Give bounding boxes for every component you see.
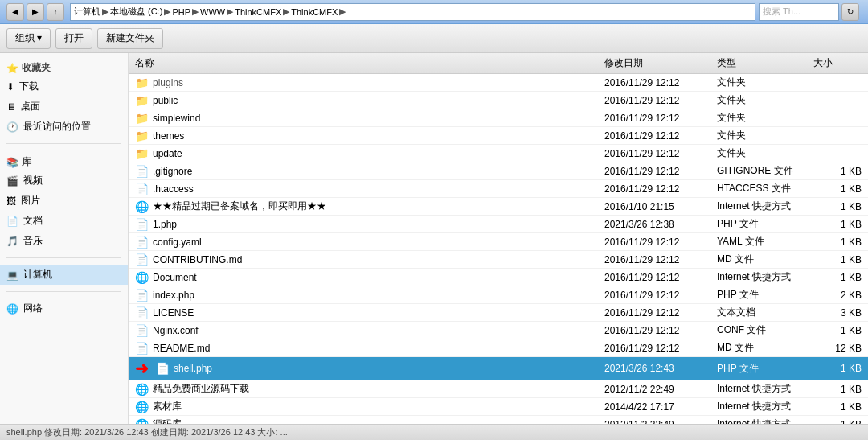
sidebar-item-download[interactable]: ⬇ 下载	[0, 76, 128, 97]
table-row[interactable]: 🌐精品免费商业源码下载2012/11/2 22:49Internet 快捷方式1…	[129, 380, 868, 398]
table-row[interactable]: 📄index.php2016/11/29 12:12PHP 文件2 KB	[129, 286, 868, 304]
sidebar-item-desktop[interactable]: 🖥 桌面	[0, 97, 128, 117]
file-name-cell: 📄README.md	[135, 342, 604, 355]
file-name-cell: 📁simplewind	[135, 112, 604, 125]
file-type: 文本文档	[717, 306, 813, 319]
sidebar-item-document[interactable]: 📄 文档	[0, 211, 128, 231]
sidebar-item-image[interactable]: 🖼 图片	[0, 191, 128, 211]
new-folder-button[interactable]: 新建文件夹	[97, 28, 163, 49]
file-icon: 📄	[135, 342, 149, 355]
file-name-text: 1.php	[153, 219, 177, 230]
file-date: 2016/11/29 12:12	[604, 290, 717, 301]
forward-button[interactable]: ▶	[27, 3, 44, 21]
table-row[interactable]: 📄README.md2016/11/29 12:12MD 文件12 KB	[129, 339, 868, 357]
file-name-text: 精品免费商业源码下载	[153, 382, 249, 396]
table-row[interactable]: 🌐素材库2014/4/22 17:17Internet 快捷方式1 KB	[129, 398, 868, 416]
address-bar[interactable]: 计算机 ▶ 本地磁盘 (C:) ▶ PHP ▶ WWW ▶ ThinkCMFX …	[70, 3, 755, 21]
table-row[interactable]: 📄.gitignore2016/11/29 12:12GITIGNORE 文件1…	[129, 162, 868, 180]
file-date: 2016/11/29 12:12	[604, 272, 717, 283]
column-type[interactable]: 类型	[717, 56, 813, 70]
table-row[interactable]: 🌐★★精品过期已备案域名，即买即用★★2016/1/10 21:15Intern…	[129, 198, 868, 216]
file-name-text: config.yaml	[153, 236, 202, 248]
file-date: 2016/11/29 12:12	[604, 183, 717, 195]
file-name-text: Document	[153, 272, 197, 283]
table-row[interactable]: 📁plugins2016/11/29 12:12文件夹	[129, 74, 868, 92]
column-date[interactable]: 修改日期	[604, 56, 717, 70]
file-size: 1 KB	[813, 183, 862, 195]
table-row[interactable]: 📄LICENSE2016/11/29 12:12文本文档3 KB	[129, 304, 868, 322]
favorites-section: ⭐ 收藏夹 ⬇ 下载 🖥 桌面 🕐 最近访问的位置	[0, 53, 128, 140]
file-list: 名称 修改日期 类型 大小 📁plugins2016/11/29 12:12文件…	[129, 53, 868, 440]
back-button[interactable]: ◀	[6, 3, 24, 21]
file-name-text: CONTRIBUTING.md	[153, 254, 242, 265]
address-part: PHP	[172, 7, 190, 17]
table-row[interactable]: 📄1.php2021/3/26 12:38PHP 文件1 KB	[129, 216, 868, 233]
sidebar-item-computer[interactable]: 💻 计算机	[0, 265, 128, 285]
file-date: 2016/11/29 12:12	[604, 148, 717, 159]
file-icon: 📁	[135, 112, 149, 125]
table-row[interactable]: 📄Nginx.conf2016/11/29 12:12CONF 文件1 KB	[129, 322, 868, 339]
file-icon: 📁	[135, 94, 149, 107]
library-section: 📚 库 🎬 视频 🖼 图片 📄 文档 🎵 音乐	[0, 147, 128, 254]
file-icon: 📄	[135, 183, 149, 195]
open-button[interactable]: 打开	[55, 28, 92, 49]
table-row[interactable]: 🌐Document2016/11/29 12:12Internet 快捷方式1 …	[129, 269, 868, 286]
file-icon: 📁	[135, 147, 149, 160]
file-list-header: 名称 修改日期 类型 大小	[129, 53, 868, 74]
download-icon: ⬇	[6, 81, 14, 93]
organize-button[interactable]: 组织 ▾	[6, 28, 51, 49]
sidebar-item-video[interactable]: 🎬 视频	[0, 171, 128, 191]
table-row[interactable]: ➜📄shell.php2021/3/26 12:43PHP 文件1 KB	[129, 357, 868, 380]
file-name-cell: 🌐素材库	[135, 400, 604, 413]
table-row[interactable]: 📁themes2016/11/29 12:12文件夹	[129, 127, 868, 145]
file-name-cell: 📁update	[135, 147, 604, 160]
address-part: 本地磁盘 (C:)	[110, 6, 162, 18]
file-date: 2014/4/22 17:17	[604, 401, 717, 413]
file-name-text: ★★精品过期已备案域名，即买即用★★	[153, 199, 326, 213]
file-date: 2016/11/29 12:12	[604, 95, 717, 106]
file-date: 2016/11/29 12:12	[604, 166, 717, 177]
table-row[interactable]: 📁update2016/11/29 12:12文件夹	[129, 145, 868, 162]
sidebar-item-recent[interactable]: 🕐 最近访问的位置	[0, 117, 128, 137]
favorites-header: ⭐ 收藏夹	[0, 56, 128, 76]
sidebar-item-music[interactable]: 🎵 音乐	[0, 231, 128, 251]
file-date: 2012/11/2 22:49	[604, 384, 717, 395]
file-type: PHP 文件	[717, 217, 813, 231]
table-row[interactable]: 📄CONTRIBUTING.md2016/11/29 12:12MD 文件1 K…	[129, 251, 868, 269]
file-name-cell: ➜📄shell.php	[135, 359, 604, 378]
sidebar: ⭐ 收藏夹 ⬇ 下载 🖥 桌面 🕐 最近访问的位置 📚 库 🎬	[0, 53, 129, 440]
file-type: GITIGNORE 文件	[717, 164, 813, 178]
file-name-text: index.php	[153, 290, 194, 301]
file-type: YAML 文件	[717, 235, 813, 249]
column-size[interactable]: 大小	[813, 56, 862, 70]
table-row[interactable]: 📁simplewind2016/11/29 12:12文件夹	[129, 109, 868, 127]
file-type: Internet 快捷方式	[717, 199, 813, 213]
column-name[interactable]: 名称	[135, 56, 604, 70]
desktop-icon: 🖥	[6, 101, 16, 113]
file-date: 2016/11/29 12:12	[604, 254, 717, 265]
file-size: 1 KB	[813, 325, 862, 336]
file-icon: 🌐	[135, 383, 149, 396]
file-type: 文件夹	[717, 93, 813, 107]
file-type: Internet 快捷方式	[717, 270, 813, 284]
search-box[interactable]: 搜索 Th...	[759, 3, 839, 21]
file-size: 3 KB	[813, 307, 862, 319]
file-icon: 📁	[135, 130, 149, 142]
sidebar-item-network[interactable]: 🌐 网络	[0, 298, 128, 319]
file-date: 2016/1/10 21:15	[604, 201, 717, 212]
file-icon: 🌐	[135, 401, 149, 413]
file-date: 2016/11/29 12:12	[604, 325, 717, 336]
file-name-text: themes	[153, 130, 184, 142]
table-row[interactable]: 📄config.yaml2016/11/29 12:12YAML 文件1 KB	[129, 233, 868, 251]
up-button[interactable]: ↑	[47, 3, 64, 21]
file-date: 2016/11/29 12:12	[604, 236, 717, 248]
table-row[interactable]: 📁public2016/11/29 12:12文件夹	[129, 92, 868, 109]
video-icon: 🎬	[6, 175, 18, 187]
refresh-button[interactable]: ↻	[841, 3, 859, 21]
file-name-text: shell.php	[174, 363, 212, 374]
file-date: 2016/11/29 12:12	[604, 113, 717, 124]
organize-label: 组织 ▾	[15, 31, 42, 45]
table-row[interactable]: 📄.htaccess2016/11/29 12:12HTACCESS 文件1 K…	[129, 180, 868, 198]
file-name-cell: 📄config.yaml	[135, 236, 604, 249]
file-icon: 📄	[156, 362, 170, 375]
